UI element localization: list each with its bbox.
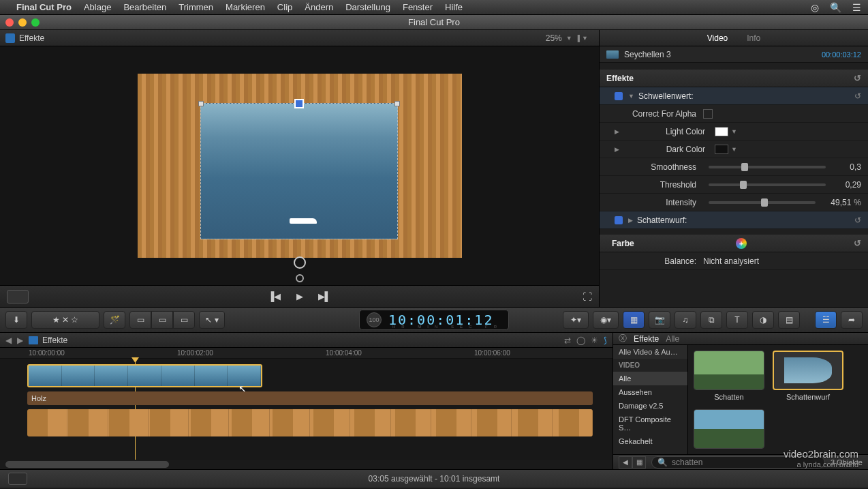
timecode-display[interactable]: 100 10:00:01:12 HR MIN SEC FR [359,310,509,330]
effect-row-schwellenwert[interactable]: ▼ Schwellenwert: ↺ [600,87,868,105]
inspector-toggle-button[interactable]: ☱ [815,311,837,329]
reset-color-icon[interactable]: ↺ [854,238,861,248]
titles-browser-button[interactable]: T [726,311,748,329]
keyframe-toggle-icon[interactable]: ▶ [615,128,619,135]
menu-trim[interactable]: Trimmen [179,2,213,12]
cc-icon[interactable]: ◎ [811,2,819,13]
tab-info[interactable]: Info [747,33,760,43]
intensity-slider[interactable] [709,201,816,204]
next-frame-button[interactable]: ▶▌ [318,291,331,301]
browser-prev-button[interactable]: ◀ [619,456,632,469]
retime-menu[interactable]: ✦▾ [563,311,589,329]
menu-window[interactable]: Fenster [403,2,433,12]
transform-handle-tl[interactable] [198,101,204,106]
viewer-canvas[interactable] [138,74,462,258]
rotation-handle[interactable] [294,256,306,269]
close-browser-icon[interactable]: ⓧ [619,333,627,344]
zoom-window-button[interactable] [31,18,40,27]
generators-browser-button[interactable]: ◑ [752,311,774,329]
color-dropdown-icon[interactable]: ▼ [731,128,737,135]
category-item[interactable]: DFT Composite S… [613,413,687,434]
transform-handle-tr[interactable] [394,101,400,106]
disclosure-triangle-icon[interactable]: ▼ [628,93,634,100]
category-item[interactable]: Gekachelt [613,434,687,448]
dark-color-swatch[interactable] [715,145,728,154]
audio-skim-icon[interactable]: ◯ [576,336,585,345]
effect-thumb-schatten[interactable]: Schatten [694,351,764,401]
timeline-index-button[interactable] [8,473,27,485]
correct-alpha-checkbox[interactable] [703,109,713,119]
threshold-slider[interactable] [709,183,826,186]
prev-frame-button[interactable]: ▐◀ [268,291,281,301]
menu-extras-icon[interactable]: ☰ [852,2,861,13]
photos-browser-button[interactable]: 📷 [649,311,670,329]
anchor-point-handle[interactable] [296,274,304,282]
timeline-back-button[interactable]: ◀ [5,336,12,345]
selected-clip-overlay[interactable] [200,103,398,239]
smoothness-value[interactable]: 0,3 [831,162,861,172]
menu-help[interactable]: Hilfe [445,2,463,12]
tool-selector[interactable]: ↖ ▾ [199,311,225,329]
effect-enable-checkbox[interactable] [615,216,623,224]
clip-appearance-menu[interactable]: ◉▾ [593,311,619,329]
view-options-icon[interactable]: ▌▼ [578,35,588,42]
reset-effect-icon[interactable]: ↺ [854,91,861,101]
transitions-browser-button[interactable]: ⧉ [700,311,722,329]
keyframe-toggle-icon[interactable]: ▶ [615,146,619,153]
add-color-correction-icon[interactable]: + [736,238,747,249]
minimize-window-button[interactable] [18,18,27,27]
disclosure-triangle-icon[interactable]: ▶ [628,217,633,224]
menu-edit[interactable]: Bearbeiten [123,2,166,12]
snapping-icon[interactable]: ⟆ [604,336,607,345]
fullscreen-icon[interactable]: ⛶ [583,291,592,302]
reset-effect-icon[interactable]: ↺ [854,216,861,225]
tab-video[interactable]: Video [707,33,728,43]
app-menu[interactable]: Final Cut Pro [16,2,72,12]
transform-tool-dropdown[interactable] [7,290,29,303]
effect-enable-checkbox[interactable] [615,92,623,100]
effect-thumb-schattenwurf[interactable]: Schattenwurf [773,351,843,401]
insert-clip-button[interactable]: ▭ [151,311,173,329]
themes-browser-button[interactable]: ▤ [778,311,800,329]
threshold-value[interactable]: 0,29 [831,180,861,190]
zoom-dropdown-icon[interactable]: ▼ [566,35,572,42]
smoothness-slider[interactable] [709,166,826,168]
timeline-fwd-button[interactable]: ▶ [17,336,23,345]
append-clip-button[interactable]: ▭ [173,311,195,329]
viewer-zoom[interactable]: 25% [546,33,562,43]
connect-clip-button[interactable]: ▭ [129,311,151,329]
menu-view[interactable]: Darstellung [345,2,390,12]
category-item[interactable]: Aussehen [613,385,687,399]
category-header[interactable]: Alle Video & Au… [613,345,687,359]
clip-label-holz[interactable]: Holz [27,391,593,405]
close-window-button[interactable] [5,18,14,27]
category-item[interactable]: Alle [613,372,687,385]
transform-handle-tc[interactable] [294,99,304,108]
effect-row-schattenwurf[interactable]: ▶ Schattenwurf: ↺ [600,211,868,229]
spotlight-icon[interactable]: 🔍 [830,2,841,13]
play-button[interactable]: ▶ [296,291,303,301]
timeline-ruler[interactable]: 10:00:00:00 10:00:02:00 10:00:04:00 10:0… [0,348,613,359]
skimming-icon[interactable]: ⇄ [564,336,571,345]
browser-next-button[interactable]: ▦ [632,456,646,469]
video-clip-seychellen[interactable] [27,364,262,387]
browser-scope[interactable]: Alle [666,334,679,344]
share-button[interactable]: ➦ [841,311,863,329]
menu-file[interactable]: Ablage [84,2,111,12]
timeline-tracks[interactable]: ↖ Holz [0,359,613,460]
timeline-scrollbar[interactable] [0,460,613,469]
menu-clip[interactable]: Clip [277,2,292,12]
keyword-buttons[interactable]: ★ ✕ ☆ [31,311,99,329]
import-button[interactable]: ⬇ [5,311,27,329]
effects-browser-button[interactable]: ▦ [623,311,645,329]
enhance-button[interactable]: 🪄 [104,311,125,329]
solo-icon[interactable]: ☀ [591,336,598,345]
reset-effects-icon[interactable]: ↺ [854,73,861,83]
video-clip-holz[interactable] [27,409,593,436]
menu-mark[interactable]: Markieren [226,2,265,12]
effect-thumb-extra[interactable] [694,409,764,449]
music-browser-button[interactable]: ♫ [675,311,696,329]
color-dropdown-icon[interactable]: ▼ [731,146,737,153]
light-color-swatch[interactable] [715,127,728,136]
viewer-canvas-area[interactable] [0,46,599,285]
